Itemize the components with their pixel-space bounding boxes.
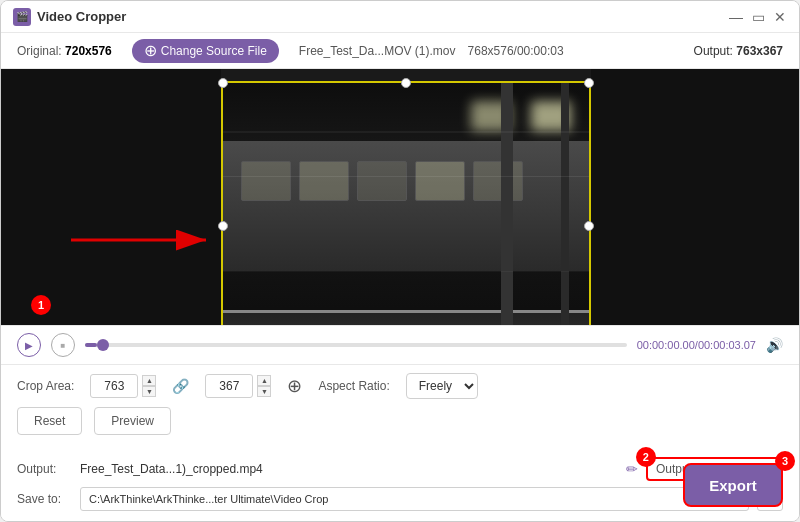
output-info: Output: 763x367 (694, 44, 783, 58)
crop-overlay[interactable] (221, 81, 591, 325)
crop-handle-top-left[interactable] (218, 78, 228, 88)
width-up-button[interactable]: ▲ (142, 375, 156, 386)
crop-controls-area: Crop Area: ▲ ▼ 🔗 ▲ ▼ ⊕ Aspect Ratio: Fre… (1, 365, 799, 451)
height-input-group: ▲ ▼ (205, 374, 271, 398)
edit-filename-icon[interactable]: ✏ (626, 461, 638, 477)
minimize-button[interactable]: — (729, 10, 743, 24)
crop-handle-middle-right[interactable] (584, 221, 594, 231)
output-size: 763x367 (736, 44, 783, 58)
height-up-button[interactable]: ▲ (257, 375, 271, 386)
bottom-area: Output: Free_Test_Data...1)_cropped.mp4 … (1, 451, 799, 521)
file-info: Free_Test_Da...MOV (1).mov 768x576/00:00… (299, 44, 564, 58)
maximize-button[interactable]: ▭ (751, 10, 765, 24)
dark-right-panel (591, 69, 799, 325)
original-label: Original: 720x576 (17, 44, 112, 58)
plus-icon: ⊕ (144, 43, 157, 59)
file-dimensions: 768x576/00:00:03 (468, 44, 564, 58)
aspect-ratio-label: Aspect Ratio: (318, 379, 389, 393)
crop-width-input[interactable] (90, 374, 138, 398)
width-input-group: ▲ ▼ (90, 374, 156, 398)
saveto-path-select[interactable]: C:\ArkThinke\ArkThinke...ter Ultimate\Vi… (80, 487, 749, 511)
preview-button[interactable]: Preview (94, 407, 171, 435)
info-bar: Original: 720x576 ⊕ Change Source File F… (1, 33, 799, 69)
stop-button[interactable]: ■ (51, 333, 75, 357)
window-controls: — ▭ ✕ (729, 10, 787, 24)
saveto-label: Save to: (17, 492, 72, 506)
video-area: 1 (1, 69, 799, 325)
export-wrapper: 3 Export (683, 463, 783, 507)
link-icon[interactable]: 🔗 (172, 378, 189, 394)
crop-handle-top-center[interactable] (401, 78, 411, 88)
file-name: Free_Test_Da...MOV (1).mov (299, 44, 456, 58)
output-filename: Free_Test_Data...1)_cropped.mp4 (80, 462, 618, 476)
crosshair-icon[interactable]: ⊕ (287, 375, 302, 397)
width-spinners: ▲ ▼ (142, 375, 156, 397)
action-buttons-row: Reset Preview (17, 407, 783, 435)
crop-handle-top-right[interactable] (584, 78, 594, 88)
app-icon: 🎬 (13, 8, 31, 26)
height-spinners: ▲ ▼ (257, 375, 271, 397)
saveto-row: Save to: C:\ArkThinke\ArkThinke...ter Ul… (17, 487, 783, 511)
title-left: 🎬 Video Cropper (13, 8, 126, 26)
play-button[interactable]: ▶ (17, 333, 41, 357)
change-source-button[interactable]: ⊕ Change Source File (132, 39, 279, 63)
reset-button[interactable]: Reset (17, 407, 82, 435)
crop-area-label: Crop Area: (17, 379, 74, 393)
title-bar: 🎬 Video Cropper — ▭ ✕ (1, 1, 799, 33)
height-down-button[interactable]: ▼ (257, 386, 271, 397)
export-section: 3 Export (683, 463, 783, 507)
main-window: 🎬 Video Cropper — ▭ ✕ Original: 720x576 … (0, 0, 800, 522)
output-row: Output: Free_Test_Data...1)_cropped.mp4 … (17, 457, 783, 481)
window-title: Video Cropper (37, 9, 126, 24)
output-file-label: Output: (17, 462, 72, 476)
time-display: 00:00:00.00/00:00:03.07 (637, 339, 756, 351)
export-button[interactable]: Export (683, 463, 783, 507)
aspect-ratio-select[interactable]: Freely 16:9 4:3 1:1 9:16 (406, 373, 478, 399)
annotation-circle-2: 2 (636, 447, 656, 467)
crop-controls-row: Crop Area: ▲ ▼ 🔗 ▲ ▼ ⊕ Aspect Ratio: Fre… (17, 373, 783, 399)
dark-left-panel (1, 69, 221, 325)
progress-thumb[interactable] (97, 339, 109, 351)
volume-button[interactable]: 🔊 (766, 337, 783, 353)
progress-fill (85, 343, 97, 347)
original-size: 720x576 (65, 44, 112, 58)
close-button[interactable]: ✕ (773, 10, 787, 24)
progress-track[interactable] (85, 343, 627, 347)
crop-handle-middle-left[interactable] (218, 221, 228, 231)
playback-bar: ▶ ■ 00:00:00.00/00:00:03.07 🔊 (1, 325, 799, 365)
width-down-button[interactable]: ▼ (142, 386, 156, 397)
annotation-circle-3: 3 (775, 451, 795, 471)
crop-height-input[interactable] (205, 374, 253, 398)
annotation-circle-1: 1 (31, 295, 51, 315)
